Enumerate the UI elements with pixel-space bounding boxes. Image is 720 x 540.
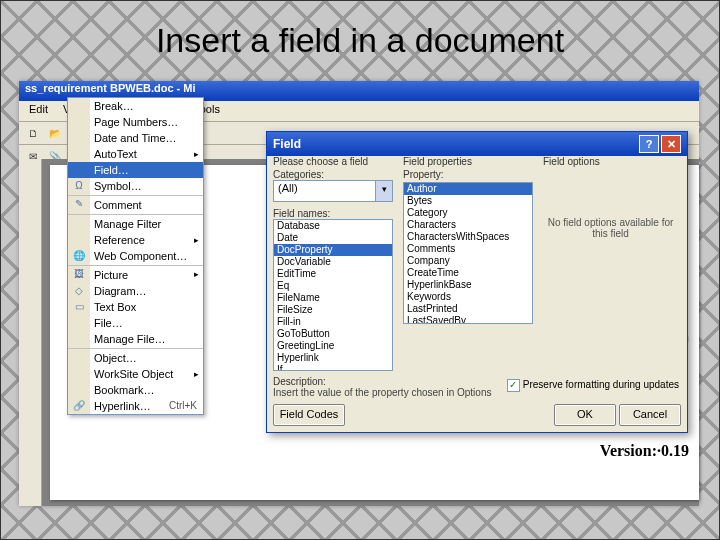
property-item[interactable]: CharactersWithSpaces	[404, 231, 532, 243]
slide-title: Insert a field in a document	[1, 21, 719, 60]
menu-item-icon: Ω	[71, 180, 87, 194]
menu-item-icon: ✎	[71, 198, 87, 212]
field-dialog: Field ? ✕ Please choose a field Categori…	[266, 131, 688, 433]
categories-value: (All)	[278, 182, 298, 194]
field-names-label: Field names:	[273, 208, 393, 219]
insert-menu-item[interactable]: Text Box▭	[68, 299, 203, 315]
field-names-listbox[interactable]: DatabaseDateDocPropertyDocVariableEditTi…	[273, 219, 393, 371]
field-name-item[interactable]: Eq	[274, 280, 392, 292]
menu-item-icon: 🖼	[71, 268, 87, 282]
property-item[interactable]: Characters	[404, 219, 532, 231]
ok-button[interactable]: OK	[554, 404, 616, 426]
menu-item-icon: ◇	[71, 285, 87, 299]
insert-menu-item[interactable]: Bookmark…	[68, 382, 203, 398]
preserve-label: Preserve formatting during updates	[523, 379, 679, 390]
field-name-item[interactable]: If	[274, 364, 392, 371]
categories-combo[interactable]: (All) ▾	[273, 180, 393, 202]
field-name-item[interactable]: Date	[274, 232, 392, 244]
field-codes-button[interactable]: Field Codes	[273, 404, 345, 426]
version-label: Version:·0.19	[600, 442, 689, 460]
property-item[interactable]: Comments	[404, 243, 532, 255]
insert-menu-item[interactable]: Diagram…◇	[68, 283, 203, 299]
field-name-item[interactable]: Hyperlink	[274, 352, 392, 364]
insert-menu-item[interactable]: Page Numbers…	[68, 114, 203, 130]
dialog-titlebar[interactable]: Field ? ✕	[267, 132, 687, 156]
no-options-message: No field options available for this fiel…	[543, 217, 678, 239]
menu-shortcut: Ctrl+K	[169, 400, 197, 411]
chevron-down-icon[interactable]: ▾	[375, 181, 392, 201]
submenu-arrow-icon: ▸	[194, 369, 199, 379]
field-name-item[interactable]: EditTime	[274, 268, 392, 280]
insert-dropdown: Break…Page Numbers…Date and Time…AutoTex…	[67, 97, 204, 415]
field-name-item[interactable]: FileName	[274, 292, 392, 304]
insert-menu-item[interactable]: Reference▸	[68, 232, 203, 248]
insert-menu-item[interactable]: Field…	[68, 162, 203, 178]
categories-label: Categories:	[273, 169, 393, 180]
field-name-item[interactable]: GreetingLine	[274, 340, 392, 352]
property-listbox[interactable]: AuthorBytesCategoryCharactersCharactersW…	[403, 182, 533, 324]
insert-menu-item[interactable]: Object…	[68, 348, 203, 366]
preserve-formatting-checkbox[interactable]: ✓Preserve formatting during updates	[507, 379, 679, 392]
choose-field-label: Please choose a field	[273, 156, 393, 167]
insert-menu-item[interactable]: Hyperlink…🔗Ctrl+K	[68, 398, 203, 414]
dialog-body: Please choose a field Categories: (All) …	[273, 154, 681, 426]
menu-item-icon: 🌐	[71, 250, 87, 264]
field-properties-label: Field properties	[403, 156, 533, 167]
submenu-arrow-icon: ▸	[194, 235, 199, 245]
menu-edit[interactable]: Edit	[23, 102, 54, 116]
property-item[interactable]: Author	[404, 183, 532, 195]
field-name-item[interactable]: DocVariable	[274, 256, 392, 268]
field-options-label: Field options	[543, 156, 678, 167]
property-item[interactable]: CreateTime	[404, 267, 532, 279]
insert-menu-item[interactable]: Web Component…🌐	[68, 248, 203, 264]
field-name-item[interactable]: GoToButton	[274, 328, 392, 340]
insert-menu-item[interactable]: Manage Filter	[68, 214, 203, 232]
property-item[interactable]: HyperlinkBase	[404, 279, 532, 291]
menu-item-icon: 🔗	[71, 400, 87, 414]
property-item[interactable]: LastSavedBy	[404, 315, 532, 324]
property-item[interactable]: Keywords	[404, 291, 532, 303]
close-icon[interactable]: ✕	[661, 135, 681, 153]
insert-menu-item[interactable]: Comment✎	[68, 195, 203, 213]
property-item[interactable]: Company	[404, 255, 532, 267]
submenu-arrow-icon: ▸	[194, 149, 199, 159]
property-item[interactable]: Category	[404, 207, 532, 219]
field-name-item[interactable]: Fill-in	[274, 316, 392, 328]
insert-menu-item[interactable]: WorkSite Object▸	[68, 366, 203, 382]
property-label: Property:	[403, 169, 533, 180]
dialog-title: Field	[273, 137, 301, 151]
field-name-item[interactable]: Database	[274, 220, 392, 232]
property-item[interactable]: LastPrinted	[404, 303, 532, 315]
menu-item-icon: ▭	[71, 301, 87, 315]
field-name-item[interactable]: DocProperty	[274, 244, 392, 256]
insert-menu-item[interactable]: Manage File…	[68, 331, 203, 347]
insert-menu-item[interactable]: Picture🖼▸	[68, 265, 203, 283]
insert-menu-item[interactable]: AutoText▸	[68, 146, 203, 162]
slide: Insert a field in a document ss_requirem…	[0, 0, 720, 540]
insert-menu-item[interactable]: File…	[68, 315, 203, 331]
insert-menu-item[interactable]: Symbol…Ω	[68, 178, 203, 194]
insert-menu-item[interactable]: Date and Time…	[68, 130, 203, 146]
field-name-item[interactable]: FileSize	[274, 304, 392, 316]
checkbox-icon: ✓	[507, 379, 520, 392]
cancel-button[interactable]: Cancel	[619, 404, 681, 426]
property-item[interactable]: Bytes	[404, 195, 532, 207]
help-icon[interactable]: ?	[639, 135, 659, 153]
new-icon[interactable]: 🗋	[23, 123, 43, 143]
open-icon[interactable]: 📂	[45, 123, 65, 143]
submenu-arrow-icon: ▸	[194, 269, 199, 279]
word-sidebar	[19, 159, 42, 506]
insert-menu-item[interactable]: Break…	[68, 98, 203, 114]
